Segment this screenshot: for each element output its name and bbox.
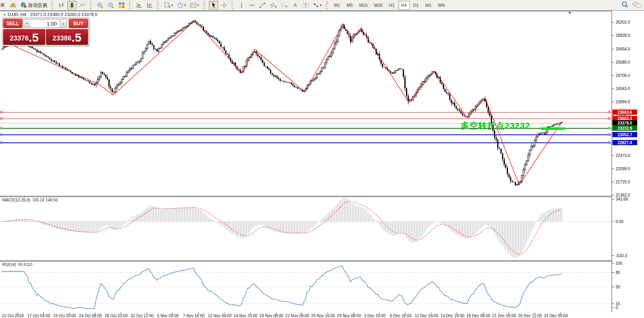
bar-chart-button[interactable] <box>57 1 66 10</box>
trendline-tool-button[interactable] <box>258 1 267 10</box>
timeframe-button-h1[interactable]: H1 <box>386 1 398 10</box>
price-tick-label: 22473.0 <box>616 153 630 158</box>
trendline-icon <box>259 2 266 8</box>
fibonacci-tool-button[interactable]: F <box>279 1 290 10</box>
line-handle[interactable] <box>0 127 2 129</box>
periods-button[interactable]: ▾ <box>176 1 188 10</box>
timeframe-button-d1[interactable]: D1 <box>410 1 422 10</box>
channel-tool-button[interactable]: E <box>268 1 278 10</box>
chart-annotation-text: 多空转折点23232 <box>461 120 530 131</box>
splitter-line[interactable] <box>0 197 644 197</box>
text-tool-button[interactable]: A <box>290 1 300 10</box>
new-order-button[interactable]: 单 <box>0 1 7 10</box>
template-icon <box>190 2 196 8</box>
chat-icon <box>632 1 641 8</box>
tile-windows-button[interactable] <box>117 1 126 10</box>
timeframe-button-m30[interactable]: M30 <box>371 1 385 10</box>
zoom-in-icon <box>97 2 104 8</box>
line-handle[interactable] <box>608 142 610 144</box>
line-handle[interactable] <box>0 118 2 120</box>
macd-values: 165.24 148.66 <box>32 198 58 202</box>
line-handle[interactable] <box>0 134 2 136</box>
new-chart-icon <box>164 2 170 8</box>
spin-down-icon: ▼ <box>26 22 29 25</box>
splitter-line[interactable] <box>0 260 644 261</box>
timeframe-button-m1[interactable]: M1 <box>331 1 343 10</box>
autotrading-icon <box>20 2 27 8</box>
price-line-label: 23378.0 <box>612 121 637 126</box>
time-tick-label: 24 Oct 08:00 <box>79 314 102 318</box>
dropdown-arrow-icon: ▾ <box>197 3 199 7</box>
line-handle[interactable] <box>0 142 2 144</box>
price-axis[interactable]: 26202.025828.025454.025080.024706.024343… <box>612 11 644 312</box>
svg-text:T: T <box>304 3 307 8</box>
sell-price-display[interactable]: 23376.5 <box>3 29 45 45</box>
zoom-in-button[interactable] <box>95 1 105 10</box>
time-axis[interactable]: 12 Oct 201817 Oct 04:0019 Oct 20:0024 Oc… <box>0 312 644 318</box>
macd-axis-label: 343.69 <box>616 197 628 201</box>
price-tick <box>612 22 614 22</box>
line-handle[interactable] <box>608 134 610 136</box>
volume-increase-button[interactable]: ▲ <box>60 19 67 28</box>
timeframe-button-h4[interactable]: H4 <box>398 1 410 10</box>
macd-name: MACD(12,26,9) <box>2 198 30 202</box>
tile-windows-icon <box>118 2 125 8</box>
rsi-axis-label: 0 <box>616 306 618 310</box>
zoom-out-button[interactable] <box>106 1 116 10</box>
price-tick-label: 26202.0 <box>616 20 630 24</box>
deposit-button[interactable] <box>8 1 18 10</box>
time-tick-label: 28 Oct 23:00 <box>105 314 128 318</box>
chat-button[interactable] <box>631 0 643 9</box>
splitter-line[interactable] <box>0 196 644 196</box>
price-line-label: 23232.9 <box>612 126 637 131</box>
line-handle[interactable] <box>608 118 610 120</box>
mt4-window: 单 自动交易 <box>0 0 644 318</box>
price-line-label: 23683.6 <box>612 110 637 115</box>
timeframe-button-m5[interactable]: M5 <box>344 1 355 10</box>
text-tool-icon: A <box>292 2 298 8</box>
chart-shift-button[interactable] <box>145 1 154 10</box>
search-button[interactable] <box>620 0 630 9</box>
search-icon <box>621 1 628 8</box>
line-handle[interactable] <box>608 127 610 129</box>
time-tick-label: 29 Nov 08:00 <box>337 314 361 318</box>
vertical-line-tool-button[interactable] <box>237 1 246 10</box>
timeframe-button-mn[interactable]: MN <box>435 1 448 10</box>
price-line-label: 23052.7 <box>612 132 637 137</box>
chart-canvas[interactable] <box>0 11 611 312</box>
price-tick <box>612 62 614 62</box>
sell-price-fraction: .5 <box>29 32 39 44</box>
auto-scroll-button[interactable] <box>134 1 144 10</box>
time-tick-label: 19 Nov 08:00 <box>260 314 284 318</box>
arrows-tool-button[interactable]: ▾ <box>311 1 324 10</box>
horizontal-line-tool-button[interactable] <box>247 1 257 10</box>
volume-decrease-button[interactable]: ▼ <box>24 19 31 28</box>
line-chart-button[interactable] <box>78 1 87 10</box>
label-tool-button[interactable]: T <box>301 1 310 10</box>
main-toolbar: 单 自动交易 <box>0 0 644 11</box>
indicator-tick <box>612 304 614 304</box>
splitter-line[interactable] <box>0 261 644 262</box>
sell-button[interactable]: SELL <box>3 19 22 28</box>
line-handle[interactable] <box>608 111 610 113</box>
symbol-period-label: DJ30-,H4 <box>8 12 26 17</box>
volume-input[interactable]: 1.00 <box>30 19 60 28</box>
time-tick-label: 14 Nov 20:00 <box>234 314 258 318</box>
indicator-tick <box>612 287 614 287</box>
buy-button[interactable]: BUY <box>69 19 88 28</box>
cursor-tool-button[interactable] <box>209 1 218 10</box>
timeframe-button-m15[interactable]: M15 <box>356 1 370 10</box>
line-chart-icon <box>79 2 86 8</box>
timeframe-button-w1[interactable]: W1 <box>422 1 435 10</box>
collapse-arrow-icon[interactable]: ▲ <box>3 13 6 16</box>
crosshair-tool-button[interactable] <box>219 1 229 10</box>
templates-button[interactable]: ▾ <box>188 1 201 10</box>
price-tick-label: 22099.0 <box>616 167 630 171</box>
candlestick-chart-button[interactable] <box>67 1 77 10</box>
line-handle[interactable] <box>0 111 2 113</box>
new-chart-button[interactable]: ▾ <box>162 1 175 10</box>
time-tick-label: 12 Nov 04:00 <box>208 314 232 318</box>
buy-price-display[interactable]: 23386.5 <box>46 29 88 45</box>
chart-shift-marker-icon[interactable]: ▼ <box>568 11 572 15</box>
autotrading-button[interactable]: 自动交易 <box>19 1 49 10</box>
